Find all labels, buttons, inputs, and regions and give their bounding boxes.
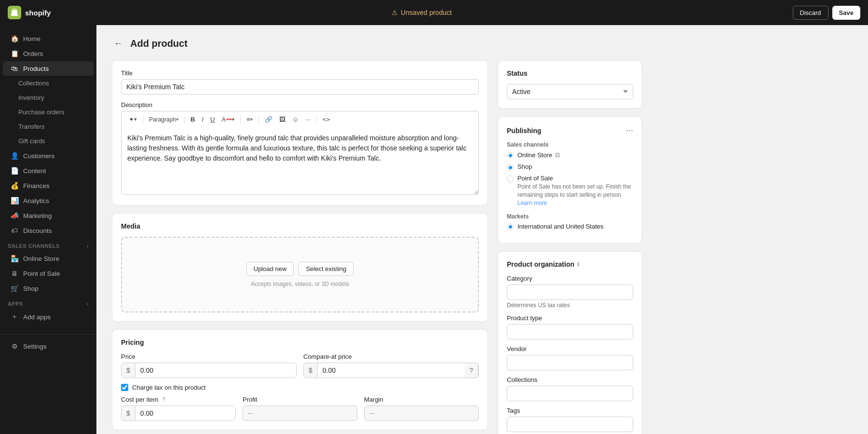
title-input[interactable] bbox=[121, 79, 479, 95]
sidebar-item-shop[interactable]: 🛒 Shop bbox=[3, 281, 94, 296]
channel-pos: Point of Sale Point of Sale has not been… bbox=[507, 175, 633, 206]
market-value: International and United States bbox=[517, 223, 604, 230]
sidebar-item-label: Products bbox=[23, 65, 49, 72]
sidebar-item-point-of-sale[interactable]: 🖥 Point of Sale bbox=[3, 266, 94, 281]
pricing-card: Pricing Price $ Compare-at price bbox=[112, 329, 488, 430]
sidebar-sub-label: Gift cards bbox=[18, 137, 45, 145]
collections-label: Collections bbox=[507, 376, 633, 383]
online-store-icon: 🏪 bbox=[11, 255, 18, 262]
price-input[interactable] bbox=[136, 363, 296, 378]
sidebar-item-finances[interactable]: 💰 Finances bbox=[3, 178, 94, 193]
upload-new-button[interactable]: Upload new bbox=[246, 262, 294, 276]
discounts-icon: 🏷 bbox=[11, 227, 18, 234]
toolbar-more-button[interactable]: ··· bbox=[303, 114, 313, 124]
marketing-icon: 📣 bbox=[11, 212, 18, 219]
page-header: ← Add product bbox=[112, 37, 853, 51]
toolbar-ai-button[interactable]: ✦ ▾ bbox=[126, 114, 139, 124]
channel-shop: Shop bbox=[507, 163, 633, 171]
pos-radio[interactable] bbox=[507, 176, 514, 182]
sidebar-item-add-apps[interactable]: ＋ Add apps bbox=[3, 309, 94, 325]
compare-currency: $ bbox=[304, 363, 318, 378]
margin-label: Margin bbox=[364, 396, 479, 403]
sidebar-item-label: Discounts bbox=[23, 227, 52, 234]
content-grid: Title Description ✦ ▾ Paragraph ▾ bbox=[112, 60, 642, 434]
cost-help-icon[interactable]: ? bbox=[162, 396, 165, 403]
select-existing-button[interactable]: Select existing bbox=[298, 262, 353, 276]
product-org-info-icon[interactable]: ℹ bbox=[577, 261, 580, 268]
sidebar-item-inventory[interactable]: Inventory bbox=[3, 91, 94, 105]
toolbar-underline-button[interactable]: U bbox=[208, 114, 217, 124]
apps-section: Apps › bbox=[0, 296, 96, 309]
logo: shopify bbox=[8, 6, 51, 19]
add-apps-icon: ＋ bbox=[11, 312, 18, 321]
cost-per-item-label: Cost per item ? bbox=[121, 396, 236, 403]
save-button[interactable]: Save bbox=[832, 6, 860, 20]
profit-input bbox=[243, 406, 357, 421]
toolbar-divider-2 bbox=[184, 115, 185, 124]
copy-icon[interactable]: ⧉ bbox=[555, 151, 560, 159]
sidebar-item-purchase-orders[interactable]: Purchase orders bbox=[3, 105, 94, 119]
help-icon[interactable]: ? bbox=[464, 363, 478, 378]
toolbar-bold-button[interactable]: B bbox=[188, 114, 197, 124]
sidebar-item-transfers[interactable]: Transfers bbox=[3, 120, 94, 134]
media-dropzone[interactable]: Upload new Select existing Accepts image… bbox=[121, 237, 479, 312]
sidebar-sub-label: Collections bbox=[18, 80, 49, 87]
sidebar-item-products[interactable]: 🛍 Products bbox=[3, 61, 94, 76]
toolbar-italic-button[interactable]: I bbox=[199, 114, 206, 124]
toolbar-paragraph-button[interactable]: Paragraph ▾ bbox=[147, 115, 181, 124]
media-card: Media Upload new Select existing Accepts… bbox=[112, 213, 488, 322]
market-radio[interactable] bbox=[507, 224, 514, 231]
analytics-icon: 📊 bbox=[11, 197, 18, 204]
right-column: Status Active Draft Publishing ··· Sales… bbox=[498, 60, 642, 434]
charge-tax-row: Charge tax on this product bbox=[121, 384, 479, 391]
compare-at-price-input[interactable] bbox=[318, 363, 464, 378]
toolbar-divider-5 bbox=[316, 115, 317, 124]
sidebar-item-discounts[interactable]: 🏷 Discounts bbox=[3, 223, 94, 238]
sidebar-item-marketing[interactable]: 📣 Marketing bbox=[3, 208, 94, 223]
sidebar-item-settings[interactable]: ⚙ Settings bbox=[3, 339, 94, 353]
sidebar-item-home[interactable]: 🏠 Home bbox=[3, 31, 94, 46]
sidebar: 🏠 Home 📋 Orders 🛍 Products Collections I… bbox=[0, 25, 96, 434]
unsaved-text: Unsaved product bbox=[401, 9, 452, 16]
online-store-channel-name: Online Store bbox=[517, 151, 552, 159]
product-type-input[interactable] bbox=[507, 324, 633, 339]
customers-icon: 👤 bbox=[11, 152, 18, 160]
sidebar-item-online-store[interactable]: 🏪 Online Store bbox=[3, 251, 94, 266]
sidebar-item-label: Finances bbox=[23, 182, 50, 190]
vendor-input[interactable] bbox=[507, 355, 633, 370]
topnav: shopify ⚠ Unsaved product Discard Save bbox=[0, 0, 868, 25]
sidebar-item-orders[interactable]: 📋 Orders bbox=[3, 46, 94, 61]
shop-radio[interactable] bbox=[507, 164, 514, 171]
sidebar-item-customers[interactable]: 👤 Customers bbox=[3, 149, 94, 163]
toolbar-font-color-button[interactable]: A ▾ bbox=[219, 114, 237, 124]
toolbar-image-button[interactable]: 🖼 bbox=[277, 114, 288, 124]
tags-input[interactable] bbox=[507, 417, 633, 432]
collections-input[interactable] bbox=[507, 386, 633, 401]
status-select[interactable]: Active Draft bbox=[507, 84, 633, 99]
chevron-right-icon: › bbox=[87, 301, 89, 307]
back-button[interactable]: ← bbox=[112, 37, 124, 51]
cost-input[interactable] bbox=[136, 406, 235, 420]
online-store-radio[interactable] bbox=[507, 152, 514, 159]
description-textarea[interactable]: Kiki's Premium Talc is a high-quality, f… bbox=[121, 127, 479, 195]
toolbar-link-button[interactable]: 🔗 bbox=[262, 114, 275, 124]
publishing-card: Publishing ··· Sales channels Online Sto… bbox=[498, 116, 642, 244]
title-label: Title bbox=[121, 69, 479, 77]
charge-tax-checkbox[interactable] bbox=[121, 384, 128, 391]
toolbar-code-button[interactable]: <> bbox=[320, 114, 333, 124]
sidebar-item-collections[interactable]: Collections bbox=[3, 76, 94, 90]
toolbar-emoji-button[interactable]: ☺ bbox=[290, 114, 301, 124]
sidebar-item-analytics[interactable]: 📊 Analytics bbox=[3, 193, 94, 208]
discard-button[interactable]: Discard bbox=[793, 6, 828, 20]
price-row: Price $ Compare-at price $ ? bbox=[121, 353, 479, 378]
channel-info: Point of Sale Point of Sale has not been… bbox=[517, 175, 633, 206]
toolbar-align-button[interactable]: ≡ ▾ bbox=[244, 114, 255, 124]
settings-icon: ⚙ bbox=[11, 342, 18, 350]
publishing-more-button[interactable]: ··· bbox=[626, 125, 633, 136]
category-input[interactable] bbox=[507, 285, 633, 300]
pos-channel-note: Point of Sale has not been set up. Finis… bbox=[517, 183, 633, 199]
learn-more-link[interactable]: Learn more bbox=[517, 200, 547, 206]
sidebar-item-gift-cards[interactable]: Gift cards bbox=[3, 134, 94, 148]
unsaved-indicator: ⚠ Unsaved product bbox=[392, 9, 452, 16]
sidebar-item-content[interactable]: 📄 Content bbox=[3, 163, 94, 178]
